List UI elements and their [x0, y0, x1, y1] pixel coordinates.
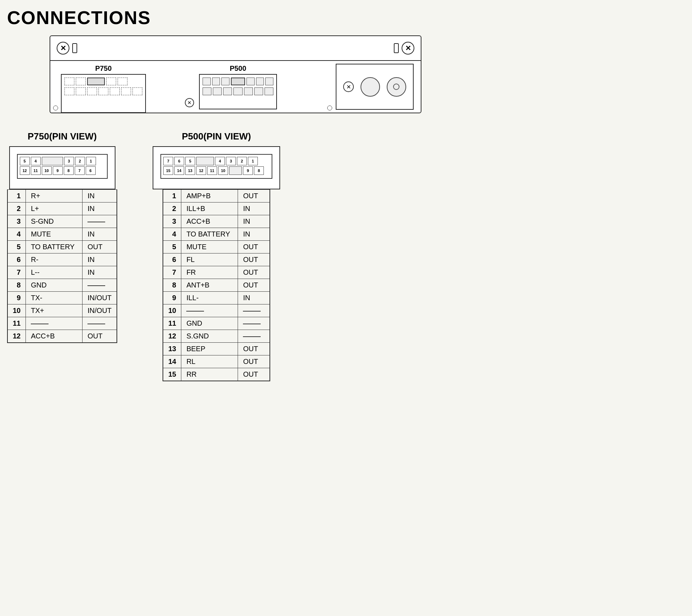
p500-connector-box [199, 74, 277, 109]
screw-dot-br [327, 105, 332, 110]
table-row: 11 [7, 317, 117, 330]
p750-pin-7: 7 [75, 166, 85, 175]
p750-pin-box: 5 4 3 2 1 12 11 10 9 8 7 6 [9, 146, 115, 189]
direction: IN [238, 203, 270, 215]
p750-pin-10: 10 [42, 166, 52, 175]
signal-name: AMP+B [181, 190, 238, 203]
conn-pin-d6 [76, 87, 86, 95]
table-row: 3 ACC+B IN [163, 215, 270, 228]
pin-number: 7 [163, 266, 181, 279]
direction: OUT [238, 190, 270, 203]
p500-pgrid-11: 11 [207, 166, 217, 175]
device-top-bar: ✕ ✕ [50, 36, 421, 61]
conn-pin-d4 [118, 78, 127, 85]
conn-pin-d11 [132, 87, 142, 95]
pin-number: 5 [163, 241, 181, 253]
p500-grid-row-1: 7 6 5 4 3 2 1 [163, 157, 270, 165]
table-row: 1 R+ IN [7, 190, 117, 203]
direction: OUT [238, 279, 270, 292]
pin-number: 10 [163, 304, 181, 317]
pin-number: 6 [7, 253, 26, 266]
p750-pin-grid: 5 4 3 2 1 12 11 10 9 8 7 6 [17, 154, 108, 179]
signal-name [26, 317, 83, 330]
signal-name: BEEP [181, 343, 238, 355]
conn-pin-d8 [98, 87, 108, 95]
p750-pin-2: 2 [75, 157, 85, 165]
direction: IN [83, 203, 117, 215]
table-row: 2 ILL+B IN [163, 203, 270, 215]
conn-center [87, 78, 105, 85]
direction: OUT [83, 330, 117, 343]
direction: OUT [238, 241, 270, 253]
pin-number: 4 [163, 228, 181, 241]
signal-name: TX- [26, 292, 83, 304]
right-x-circle: ✕ [343, 81, 354, 92]
p500-pin-4 [246, 78, 255, 85]
p500-pin-1 [203, 78, 211, 85]
table-row: 2 L+ IN [7, 203, 117, 215]
signal-name: TO BATTERY [181, 228, 238, 241]
pin-number: 1 [163, 190, 181, 203]
pin-number: 5 [7, 241, 26, 253]
x-circle-right: ✕ [402, 42, 414, 55]
signal-name: S.GND [181, 330, 238, 343]
table-row: 14 RL OUT [163, 355, 270, 368]
x-circle-left: ✕ [57, 42, 69, 55]
p500-pgrid-8: 8 [254, 166, 264, 175]
p750-pin-1: 1 [86, 157, 96, 165]
direction: IN [83, 253, 117, 266]
top-bar-left: ✕ [57, 42, 77, 55]
p500-pgrid-2: 2 [237, 157, 247, 165]
signal-name: ACC+B [181, 215, 238, 228]
p750-pin-8: 8 [64, 166, 74, 175]
signal-name: ILL- [181, 292, 238, 304]
direction: OUT [238, 253, 270, 266]
table-row: 8 ANT+B OUT [163, 279, 270, 292]
signal-name: FL [181, 253, 238, 266]
conn-pin-d2 [76, 78, 86, 85]
signal-name: MUTE [181, 241, 238, 253]
p500-label: P500 [199, 64, 277, 73]
pin-number: 1 [7, 190, 26, 203]
direction: OUT [238, 266, 270, 279]
pin-number: 9 [7, 292, 26, 304]
table-row: 6 R- IN [7, 253, 117, 266]
conn-pin-d1 [64, 78, 74, 85]
circle-component-1 [361, 77, 380, 97]
table-row: 5 MUTE OUT [163, 241, 270, 253]
signal-name: GND [181, 317, 238, 330]
p500-pin-9 [223, 87, 232, 95]
p500-connector: P500 [199, 64, 277, 109]
p500-pgrid-12: 12 [196, 166, 206, 175]
top-indicator-left [72, 43, 77, 53]
direction: OUT [238, 368, 270, 381]
p500-pin-6 [265, 78, 273, 85]
p750-pin-9: 9 [53, 166, 63, 175]
p500-center [231, 78, 245, 85]
p500-pin-diagram: P500(PIN VIEW) 7 6 5 4 3 2 1 15 14 13 12 [153, 131, 280, 381]
signal-name: TO BATTERY [26, 241, 83, 253]
pin-number: 8 [163, 279, 181, 292]
pin-number: 2 [163, 203, 181, 215]
signal-name [181, 304, 238, 317]
table-row: 15 RR OUT [163, 368, 270, 381]
p750-pin-12: 12 [20, 166, 30, 175]
center-screw: ✕ [185, 98, 194, 107]
direction: IN [83, 266, 117, 279]
pin-number: 3 [163, 215, 181, 228]
pin-number: 8 [7, 279, 26, 292]
conn-row-1 [64, 78, 142, 85]
p750-label: P750 [61, 64, 146, 73]
p500-pgrid-13: 13 [185, 166, 195, 175]
direction: IN/OUT [83, 292, 117, 304]
p500-grid-row-2: 15 14 13 12 11 10 9 8 [163, 166, 270, 175]
p500-pin-2 [212, 78, 220, 85]
circle-component-2 [387, 77, 406, 97]
p500-table: 1 AMP+B OUT 2 ILL+B IN 3 ACC+B IN 4 TO B… [163, 189, 270, 381]
p500-pin-10 [233, 87, 242, 95]
p750-table: 1 R+ IN 2 L+ IN 3 S-GND 4 MUTE IN 5 TO B… [7, 189, 117, 343]
pin-number: 15 [163, 368, 181, 381]
center-x-circle: ✕ [185, 98, 194, 107]
p500-pin-12 [254, 87, 263, 95]
pin-number: 2 [7, 203, 26, 215]
